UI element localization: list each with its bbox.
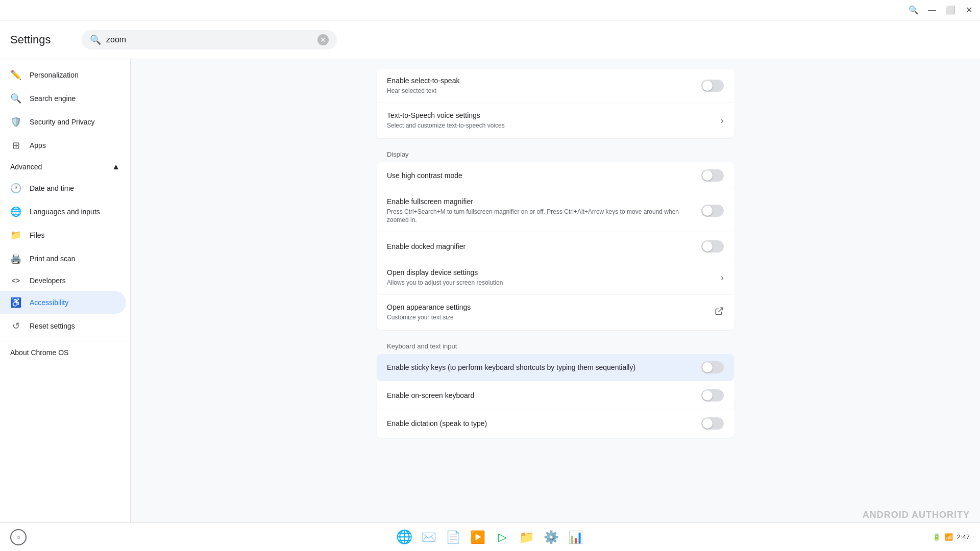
enable-sticky-keys-toggle[interactable] xyxy=(701,361,724,373)
setting-title: Use high contrast mode xyxy=(387,171,701,180)
developers-icon: <> xyxy=(10,277,21,285)
main-content: Enable select-to-speak Hear selected tex… xyxy=(131,59,980,522)
enable-docked-magnifier-toggle[interactable] xyxy=(701,240,724,253)
taskbar-app-gmail[interactable]: ✉️ xyxy=(419,527,439,547)
text-to-speech-group: Enable select-to-speak Hear selected tex… xyxy=(377,69,734,138)
taskbar-app-chrome[interactable]: 🌐 xyxy=(394,527,414,547)
taskbar-app-youtube[interactable]: ▶️ xyxy=(468,527,488,547)
sidebar-item-date-time[interactable]: 🕐 Date and time xyxy=(0,177,126,200)
taskbar-app-slides[interactable]: 📊 xyxy=(566,527,586,547)
external-link-icon xyxy=(715,307,724,318)
enable-fullscreen-magnifier-toggle[interactable] xyxy=(701,205,724,217)
advanced-label: Advanced xyxy=(10,163,42,171)
clock: 2:47 xyxy=(957,533,970,541)
sidebar-item-apps[interactable]: ⊞ Apps xyxy=(0,134,126,157)
personalization-icon: ✏️ xyxy=(10,69,21,81)
setting-title: Enable dictation (speak to type) xyxy=(387,419,701,428)
date-time-icon: 🕐 xyxy=(10,183,21,194)
content-inner: Enable select-to-speak Hear selected tex… xyxy=(377,59,734,462)
setting-title: Enable fullscreen magnifier xyxy=(387,197,701,206)
taskbar-launcher[interactable]: ○ xyxy=(10,529,27,545)
sidebar-item-accessibility[interactable]: ♿ Accessibility xyxy=(0,291,126,314)
use-high-contrast-mode-toggle[interactable] xyxy=(701,169,724,182)
maximize-icon[interactable]: ⬜ xyxy=(945,5,955,15)
setting-text: Text-to-Speech voice settings Select and… xyxy=(387,111,721,130)
sidebar-item-files[interactable]: 📁 Files xyxy=(0,223,126,247)
sidebar-item-print-scan[interactable]: 🖨️ Print and scan xyxy=(0,247,126,270)
sidebar-item-personalization[interactable]: ✏️ Personalization xyxy=(0,63,126,87)
launcher-icon: ○ xyxy=(16,534,20,541)
setting-text: Enable sticky keys (to perform keyboard … xyxy=(387,363,701,371)
sidebar-item-about-chrome-os[interactable]: About Chrome OS xyxy=(0,342,126,363)
taskbar: ○ 🌐 ✉️ 📄 ▶️ ▷ 📁 ⚙️ 📊 🔋 📶 2:47 xyxy=(0,522,980,551)
close-icon[interactable]: ✕ xyxy=(964,5,974,15)
body: ✏️ Personalization 🔍 Search engine 🛡️ Se… xyxy=(0,59,980,522)
apps-icon: ⊞ xyxy=(10,140,21,151)
setting-title: Enable docked magnifier xyxy=(387,242,701,251)
sidebar-item-label: Languages and inputs xyxy=(30,208,100,216)
display-group: Use high contrast mode Enable fullscreen… xyxy=(377,162,734,330)
sidebar-item-label: Files xyxy=(30,231,45,239)
setting-title: Open display device settings xyxy=(387,268,721,277)
sidebar-divider xyxy=(0,340,130,340)
text-to-speech-voice-settings-row[interactable]: Text-to-Speech voice settings Select and… xyxy=(377,104,734,137)
about-chrome-os-label: About Chrome OS xyxy=(10,348,68,357)
title-bar-controls: 🔍 — ⬜ ✕ xyxy=(909,5,974,15)
sidebar-item-label: Personalization xyxy=(30,71,79,79)
sidebar-item-developers[interactable]: <> Developers xyxy=(0,270,126,291)
sidebar-item-languages-inputs[interactable]: 🌐 Languages and inputs xyxy=(0,200,126,223)
display-section-heading: Display xyxy=(377,142,734,162)
enable-docked-magnifier-row[interactable]: Enable docked magnifier xyxy=(377,233,734,260)
keyboard-group: Enable sticky keys (to perform keyboard … xyxy=(377,354,734,438)
taskbar-status: 🔋 📶 2:47 xyxy=(933,533,970,541)
search-engine-icon: 🔍 xyxy=(10,93,21,104)
sidebar-item-advanced[interactable]: Advanced ▲ xyxy=(0,157,130,177)
enable-fullscreen-magnifier-row[interactable]: Enable fullscreen magnifier Press Ctrl+S… xyxy=(377,190,734,233)
enable-dictation-row[interactable]: Enable dictation (speak to type) xyxy=(377,410,734,437)
minimize-icon[interactable]: — xyxy=(927,5,937,15)
taskbar-app-settings[interactable]: ⚙️ xyxy=(541,527,561,547)
setting-desc: Customize your text size xyxy=(387,313,715,322)
open-appearance-settings-row[interactable]: Open appearance settings Customize your … xyxy=(377,296,734,329)
setting-text: Enable fullscreen magnifier Press Ctrl+S… xyxy=(387,197,701,225)
svg-line-0 xyxy=(719,308,723,312)
sidebar-item-label: Security and Privacy xyxy=(30,118,95,126)
setting-text: Enable docked magnifier xyxy=(387,242,701,251)
print-scan-icon: 🖨️ xyxy=(10,253,21,264)
enable-on-screen-keyboard-row[interactable]: Enable on-screen keyboard xyxy=(377,382,734,409)
wifi-icon: 📶 xyxy=(945,533,953,541)
enable-on-screen-keyboard-toggle[interactable] xyxy=(701,389,724,402)
sidebar-item-reset-settings[interactable]: ↺ Reset settings xyxy=(0,314,126,338)
setting-title: Enable sticky keys (to perform keyboard … xyxy=(387,363,701,371)
watermark: ANDROID AUTHORITY xyxy=(863,510,970,520)
sidebar-item-label: Developers xyxy=(30,277,66,285)
taskbar-app-files[interactable]: 📁 xyxy=(517,527,537,547)
enable-sticky-keys-row[interactable]: Enable sticky keys (to perform keyboard … xyxy=(377,354,734,381)
taskbar-app-docs[interactable]: 📄 xyxy=(443,527,463,547)
sidebar-item-label: Print and scan xyxy=(30,255,76,263)
search-clear-button[interactable]: ✕ xyxy=(317,34,329,45)
setting-text: Open display device settings Allows you … xyxy=(387,268,721,287)
setting-desc: Allows you to adjust your screen resolut… xyxy=(387,279,721,287)
enable-select-to-speak-toggle[interactable] xyxy=(701,80,724,92)
setting-title: Enable on-screen keyboard xyxy=(387,391,701,399)
sidebar-item-label: Search engine xyxy=(30,94,76,103)
sidebar-item-search-engine[interactable]: 🔍 Search engine xyxy=(0,87,126,110)
sidebar-item-security-privacy[interactable]: 🛡️ Security and Privacy xyxy=(0,110,126,134)
search-input[interactable] xyxy=(106,35,312,44)
zoom-icon[interactable]: 🔍 xyxy=(909,5,919,15)
security-privacy-icon: 🛡️ xyxy=(10,116,21,128)
open-display-device-settings-row[interactable]: Open display device settings Allows you … xyxy=(377,261,734,295)
search-bar[interactable]: 🔍 ✕ xyxy=(82,30,337,49)
languages-icon: 🌐 xyxy=(10,206,21,217)
reset-icon: ↺ xyxy=(10,320,21,332)
battery-icon: 🔋 xyxy=(933,533,941,541)
sidebar-item-label: Apps xyxy=(30,141,46,149)
title-bar: 🔍 — ⬜ ✕ xyxy=(0,0,980,20)
enable-select-to-speak-row[interactable]: Enable select-to-speak Hear selected tex… xyxy=(377,69,734,103)
chevron-right-icon: › xyxy=(721,272,724,283)
enable-dictation-toggle[interactable] xyxy=(701,417,724,430)
taskbar-app-play[interactable]: ▷ xyxy=(492,527,512,547)
use-high-contrast-mode-row[interactable]: Use high contrast mode xyxy=(377,162,734,189)
setting-title: Enable select-to-speak xyxy=(387,77,701,85)
